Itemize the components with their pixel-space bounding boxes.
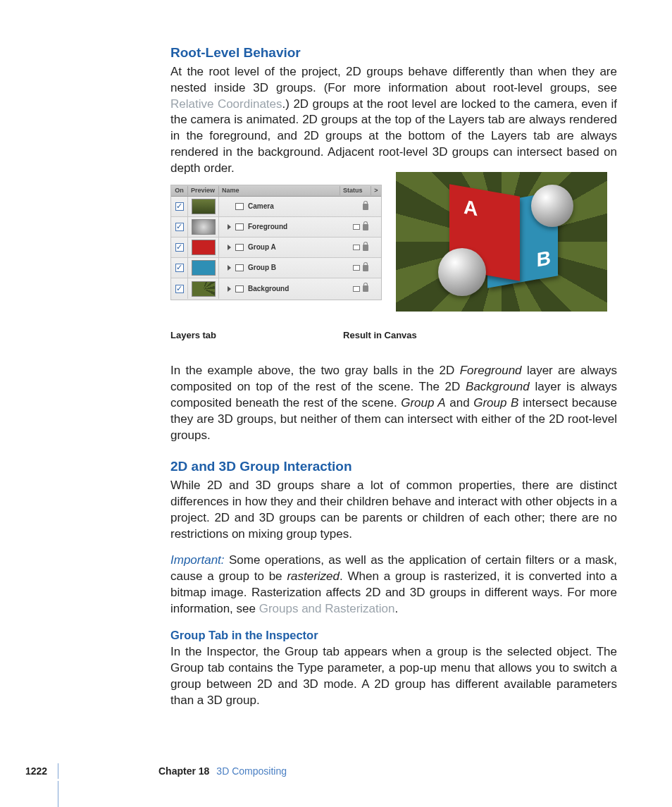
layer-type-icon <box>235 223 244 230</box>
lock-icon[interactable] <box>363 285 368 292</box>
lock-icon[interactable] <box>363 265 368 271</box>
layers-panel: On Preview Name Status > CameraForegroun… <box>170 185 382 300</box>
heading-group-tab-inspector: Group Tab in the Inspector <box>170 627 617 643</box>
lock-icon[interactable] <box>363 204 368 210</box>
col-header-more[interactable]: > <box>371 186 381 195</box>
paragraph-example: In the example above, the two gray balls… <box>170 363 617 444</box>
lock-icon[interactable] <box>363 245 368 251</box>
col-header-on: On <box>171 186 188 195</box>
important-label: Important: <box>170 553 229 567</box>
col-header-preview: Preview <box>188 186 219 195</box>
chapter-label: Chapter 18 <box>158 765 209 778</box>
disclosure-triangle-icon[interactable] <box>228 224 231 230</box>
layer-row[interactable]: Camera <box>171 197 381 217</box>
link-relative-coordinates[interactable]: Relative Coordinates <box>170 97 282 111</box>
foreground-ball-top <box>531 185 573 227</box>
layer-name: Group B <box>248 263 276 273</box>
link-groups-rasterization[interactable]: Groups and Rasterization <box>259 602 395 615</box>
paragraph-root-level: At the root level of the project, 2D gro… <box>170 64 617 178</box>
footer-divider <box>58 763 58 779</box>
heading-2d-3d-interaction: 2D and 3D Group Interaction <box>170 457 617 476</box>
layer-name: Background <box>248 284 289 294</box>
canvas-result: B A <box>396 172 607 312</box>
figure-captions: Layers tab Result in Canvas <box>170 329 617 342</box>
layers-header-row: On Preview Name Status > <box>171 185 381 197</box>
page-content: Root-Level Behavior At the root level of… <box>0 0 672 709</box>
visibility-checkbox[interactable] <box>175 223 184 231</box>
layer-thumbnail <box>192 199 216 214</box>
layer-thumbnail <box>192 219 216 235</box>
status-icon <box>353 245 360 250</box>
layer-thumbnail <box>192 260 216 276</box>
layer-name: Foreground <box>248 222 287 232</box>
layer-name: Group A <box>248 242 276 252</box>
paragraph-group-tab: In the Inspector, the Group tab appears … <box>170 644 617 709</box>
layer-row[interactable]: Group A <box>171 238 381 258</box>
page-footer: 1222 Chapter 18 3D Compositing <box>25 763 287 779</box>
paragraph-interaction: While 2D and 3D groups share a lot of co… <box>170 478 617 543</box>
chapter-title: 3D Compositing <box>216 765 287 778</box>
layer-thumbnail <box>192 240 216 255</box>
layer-type-icon <box>235 264 244 271</box>
col-header-name: Name <box>219 186 340 195</box>
layer-thumbnail <box>192 281 216 297</box>
layer-type-icon <box>235 285 244 292</box>
layer-type-icon <box>235 244 244 251</box>
status-icon <box>353 265 360 271</box>
caption-result-canvas: Result in Canvas <box>343 329 417 342</box>
disclosure-triangle-icon[interactable] <box>228 286 231 292</box>
disclosure-triangle-icon[interactable] <box>228 245 231 250</box>
caption-layers-tab: Layers tab <box>170 329 216 342</box>
visibility-checkbox[interactable] <box>175 264 184 272</box>
visibility-checkbox[interactable] <box>175 202 184 211</box>
layer-type-icon <box>235 203 244 210</box>
layer-row[interactable]: Foreground <box>171 217 381 238</box>
layer-name: Camera <box>248 202 274 211</box>
page-number: 1222 <box>25 765 58 778</box>
visibility-checkbox[interactable] <box>175 243 184 252</box>
layer-row[interactable]: Group B <box>171 258 381 278</box>
paragraph-important: Important: Some operations, as well as t… <box>170 553 617 617</box>
heading-root-level-behavior: Root-Level Behavior <box>170 44 617 62</box>
visibility-checkbox[interactable] <box>175 285 184 293</box>
col-header-status: Status <box>340 186 371 195</box>
disclosure-triangle-icon[interactable] <box>228 265 231 271</box>
status-icon <box>353 286 360 292</box>
status-icon <box>353 224 360 230</box>
lock-icon[interactable] <box>363 224 368 230</box>
foreground-ball-bottom <box>438 248 486 296</box>
figure: On Preview Name Status > CameraForegroun… <box>170 172 617 313</box>
layer-row[interactable]: Background <box>171 278 381 299</box>
